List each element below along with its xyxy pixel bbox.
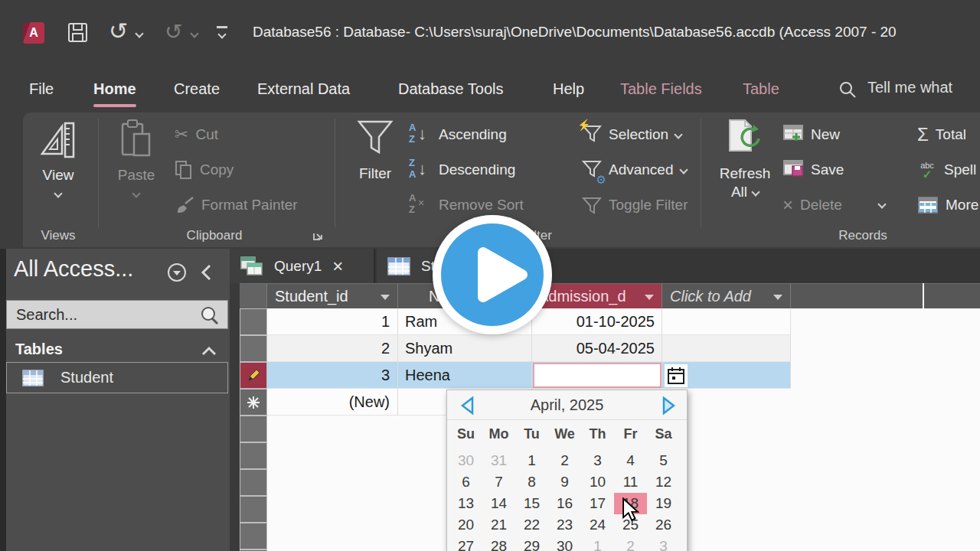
totals-button[interactable]: Σ Total [917, 119, 966, 150]
column-header-click-to-add[interactable]: Click to Add [662, 283, 791, 308]
close-icon[interactable]: × [332, 256, 343, 277]
column-dropdown-icon[interactable] [645, 295, 654, 300]
tab-help[interactable]: Help [553, 69, 584, 111]
doc-tab-query1[interactable]: Query1 × [230, 249, 375, 283]
calendar-day[interactable]: 6 [449, 471, 482, 493]
calendar-day[interactable]: 22 [515, 514, 548, 536]
column-dropdown-icon[interactable] [381, 295, 390, 300]
save-icon[interactable] [67, 22, 88, 43]
redo-icon[interactable]: ↻ [165, 21, 182, 44]
calendar-prev-icon[interactable] [458, 396, 478, 416]
calendar-day[interactable]: 13 [449, 493, 482, 514]
calendar-day[interactable]: 19 [647, 493, 680, 514]
cell-click-to-add[interactable] [662, 308, 791, 335]
column-dropdown-icon[interactable] [773, 295, 782, 300]
selection-button[interactable]: ⚡ Selection [580, 119, 681, 150]
active-cell-editor[interactable] [533, 363, 662, 388]
customize-quick-access-icon[interactable] [217, 26, 227, 28]
copy-button[interactable]: Copy [175, 155, 234, 185]
toggle-filter-button[interactable]: Toggle Filter [580, 190, 688, 220]
sidebar-item-student[interactable]: Student [6, 362, 228, 393]
calendar-day[interactable]: 23 [548, 514, 581, 536]
record-selector-editing[interactable] [240, 362, 267, 389]
cut-button[interactable]: ✂ Cut [175, 119, 218, 150]
tables-section-header[interactable]: Tables [15, 341, 63, 358]
calendar-day[interactable]: 12 [647, 471, 680, 493]
video-play-button[interactable] [433, 215, 552, 334]
record-selector[interactable] [240, 308, 267, 335]
calendar-day[interactable]: 2 [614, 536, 647, 551]
tab-home[interactable]: Home [93, 69, 136, 111]
cell-student-id[interactable]: 1 [267, 308, 398, 335]
record-selector[interactable] [240, 335, 267, 362]
calendar-day[interactable]: 7 [482, 471, 515, 493]
calendar-day[interactable]: 4 [614, 450, 647, 471]
cell-student-id[interactable]: 3 [267, 362, 398, 389]
undo-dropdown-chevron[interactable] [135, 29, 143, 37]
cell-admission-date[interactable]: 05-04-2025 [532, 335, 662, 362]
calendar-day[interactable]: 2 [548, 450, 581, 471]
spelling-button[interactable]: abc✓ Spell [917, 155, 976, 185]
nav-collapse-icon[interactable] [199, 262, 214, 282]
calendar-day[interactable]: 24 [581, 514, 614, 536]
redo-dropdown-chevron[interactable] [190, 29, 198, 37]
advanced-dropdown-chevron[interactable] [679, 165, 688, 174]
calendar-day[interactable]: 14 [482, 493, 515, 514]
nav-menu-icon[interactable] [167, 262, 187, 282]
calendar-day[interactable]: 9 [548, 471, 581, 493]
calendar-day[interactable]: 29 [515, 536, 548, 551]
cell-student-id[interactable]: 2 [267, 335, 398, 362]
calendar-day[interactable]: 15 [515, 493, 548, 514]
calendar-day[interactable]: 1 [515, 450, 548, 471]
remove-sort-button[interactable]: AZ × Remove Sort [409, 190, 524, 220]
advanced-button[interactable]: ⚙ Advanced [580, 155, 687, 185]
search-icon[interactable] [200, 305, 220, 325]
calendar-day[interactable]: 26 [647, 514, 680, 536]
calendar-day[interactable]: 20 [449, 514, 482, 536]
record-selector-new[interactable] [240, 389, 267, 416]
calendar-day[interactable]: 3 [581, 450, 614, 471]
tab-create[interactable]: Create [174, 69, 220, 111]
more-button[interactable]: More [917, 190, 978, 220]
calendar-day[interactable]: 31 [482, 450, 515, 471]
column-header-student-id[interactable]: Student_id [267, 283, 398, 308]
search-icon[interactable] [838, 80, 857, 99]
calendar-day[interactable]: 11 [614, 471, 647, 493]
calendar-day[interactable]: 5 [647, 450, 680, 471]
cell-student-id-new[interactable]: (New) [267, 389, 398, 416]
calendar-next-icon[interactable] [658, 396, 678, 416]
tab-external-data[interactable]: External Data [257, 69, 350, 111]
calendar-day[interactable]: 3 [647, 536, 680, 551]
calendar-day[interactable]: 17 [581, 493, 614, 514]
undo-icon[interactable]: ↺ [109, 20, 128, 43]
calendar-day[interactable]: 28 [482, 536, 515, 551]
search-input[interactable]: Search... [6, 300, 228, 329]
new-record-button[interactable]: New [782, 119, 840, 150]
filter-button[interactable]: Filter [346, 119, 404, 182]
delete-record-button[interactable]: × Delete [782, 190, 842, 220]
calendar-day[interactable]: 10 [581, 471, 614, 493]
calendar-day[interactable]: 27 [449, 536, 482, 551]
refresh-all-button[interactable]: Refresh All [710, 117, 779, 201]
chevron-up-icon[interactable] [201, 346, 217, 357]
view-button[interactable]: View [31, 119, 86, 201]
calendar-day[interactable]: 30 [449, 450, 482, 471]
calendar-day[interactable]: 8 [515, 471, 548, 493]
descending-button[interactable]: ZA ↓ Descending [409, 155, 515, 185]
paste-dropdown-chevron[interactable] [132, 189, 140, 197]
tab-file[interactable]: File [29, 69, 54, 111]
view-dropdown-chevron[interactable] [54, 189, 62, 197]
ascending-button[interactable]: AZ ↓ Ascending [409, 119, 507, 150]
customize-quick-access-chevron[interactable] [217, 30, 226, 38]
tab-database-tools[interactable]: Database Tools [398, 69, 504, 111]
cell-name[interactable]: Shyam [398, 335, 532, 362]
cell-admission-date[interactable]: 01-10-2025 [532, 308, 662, 335]
calendar-day[interactable]: 1 [581, 536, 614, 551]
selection-dropdown-chevron[interactable] [675, 130, 683, 139]
tell-me-box[interactable]: Tell me what [867, 79, 952, 96]
clipboard-dialog-launcher-icon[interactable] [312, 230, 325, 242]
date-picker-button[interactable] [665, 364, 688, 387]
select-all-header[interactable] [240, 283, 267, 308]
column-header-admission-date[interactable]: Admission_d [532, 283, 662, 308]
tab-table-fields[interactable]: Table Fields [620, 69, 702, 111]
